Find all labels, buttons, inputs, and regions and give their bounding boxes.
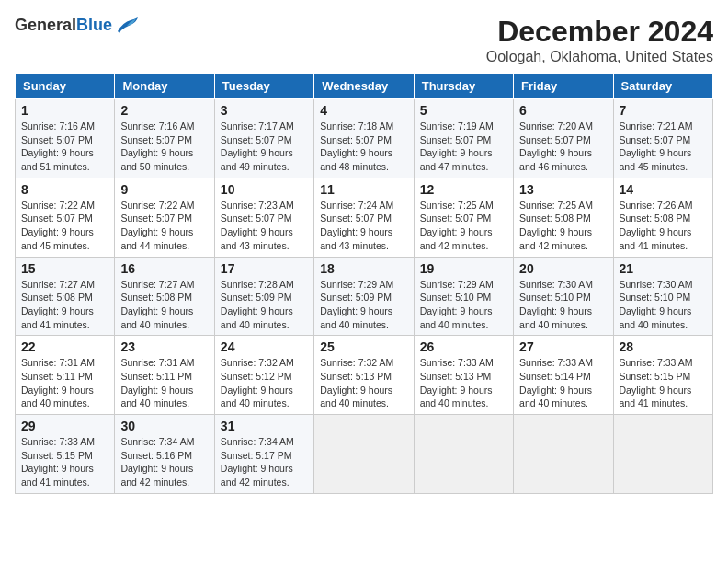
day-number: 24 xyxy=(221,339,308,354)
day-info: Sunrise: 7:17 AMSunset: 5:07 PMDaylight:… xyxy=(221,120,308,174)
calendar-cell: 30Sunrise: 7:34 AMSunset: 5:16 PMDayligh… xyxy=(115,415,214,494)
calendar-header: SundayMondayTuesdayWednesdayThursdayFrid… xyxy=(16,74,713,99)
day-number: 5 xyxy=(420,103,507,118)
calendar-cell: 4Sunrise: 7:18 AMSunset: 5:07 PMDaylight… xyxy=(314,99,414,178)
day-info: Sunrise: 7:19 AMSunset: 5:07 PMDaylight:… xyxy=(420,120,507,174)
weekday-header: Sunday xyxy=(16,74,115,99)
day-info: Sunrise: 7:32 AMSunset: 5:13 PMDaylight:… xyxy=(320,356,407,410)
calendar-cell: 15Sunrise: 7:27 AMSunset: 5:08 PMDayligh… xyxy=(16,257,115,336)
day-info: Sunrise: 7:18 AMSunset: 5:07 PMDaylight:… xyxy=(320,120,407,174)
calendar-cell: 8Sunrise: 7:22 AMSunset: 5:07 PMDaylight… xyxy=(16,178,115,257)
day-number: 25 xyxy=(320,339,407,354)
calendar-cell: 23Sunrise: 7:31 AMSunset: 5:11 PMDayligh… xyxy=(115,336,214,415)
day-number: 17 xyxy=(221,261,308,276)
weekday-header: Monday xyxy=(115,74,214,99)
day-number: 30 xyxy=(120,419,208,433)
calendar-week-row: 22Sunrise: 7:31 AMSunset: 5:11 PMDayligh… xyxy=(16,336,713,415)
day-info: Sunrise: 7:28 AMSunset: 5:09 PMDaylight:… xyxy=(221,278,308,332)
calendar-cell xyxy=(414,415,513,494)
calendar-week-row: 1Sunrise: 7:16 AMSunset: 5:07 PMDaylight… xyxy=(16,99,713,178)
day-number: 4 xyxy=(320,103,407,118)
calendar-cell: 12Sunrise: 7:25 AMSunset: 5:07 PMDayligh… xyxy=(414,178,513,257)
day-number: 20 xyxy=(519,261,607,276)
day-number: 26 xyxy=(420,339,507,354)
day-number: 21 xyxy=(620,261,707,276)
day-number: 12 xyxy=(420,182,507,197)
calendar-cell: 16Sunrise: 7:27 AMSunset: 5:08 PMDayligh… xyxy=(115,257,214,336)
calendar-cell xyxy=(314,415,414,494)
calendar-cell: 11Sunrise: 7:24 AMSunset: 5:07 PMDayligh… xyxy=(314,178,414,257)
day-number: 15 xyxy=(21,261,108,276)
day-number: 28 xyxy=(620,339,707,354)
calendar-cell: 29Sunrise: 7:33 AMSunset: 5:15 PMDayligh… xyxy=(16,415,115,494)
day-number: 8 xyxy=(21,182,108,197)
weekday-header: Friday xyxy=(514,74,613,99)
calendar-week-row: 15Sunrise: 7:27 AMSunset: 5:08 PMDayligh… xyxy=(16,257,713,336)
calendar-cell: 21Sunrise: 7:30 AMSunset: 5:10 PMDayligh… xyxy=(613,257,712,336)
calendar-cell: 17Sunrise: 7:28 AMSunset: 5:09 PMDayligh… xyxy=(214,257,313,336)
day-number: 1 xyxy=(21,103,108,118)
title-area: December 2024 Oologah, Oklahoma, United … xyxy=(486,15,713,65)
day-info: Sunrise: 7:32 AMSunset: 5:12 PMDaylight:… xyxy=(221,356,308,410)
header: GeneralBlue December 2024 Oologah, Oklah… xyxy=(15,15,713,65)
logo-text: GeneralBlue xyxy=(15,16,112,35)
weekday-header: Thursday xyxy=(414,74,513,99)
weekday-header: Saturday xyxy=(613,74,712,99)
day-number: 14 xyxy=(620,182,707,197)
logo-general: General xyxy=(15,16,76,34)
day-number: 6 xyxy=(519,103,607,118)
day-info: Sunrise: 7:22 AMSunset: 5:07 PMDaylight:… xyxy=(21,199,108,253)
calendar-cell: 7Sunrise: 7:21 AMSunset: 5:07 PMDaylight… xyxy=(613,99,712,178)
logo-blue: Blue xyxy=(76,16,112,34)
page-title: December 2024 xyxy=(486,15,713,49)
calendar-cell: 20Sunrise: 7:30 AMSunset: 5:10 PMDayligh… xyxy=(514,257,613,336)
calendar-cell: 18Sunrise: 7:29 AMSunset: 5:09 PMDayligh… xyxy=(314,257,414,336)
calendar-cell: 22Sunrise: 7:31 AMSunset: 5:11 PMDayligh… xyxy=(16,336,115,415)
calendar-cell: 25Sunrise: 7:32 AMSunset: 5:13 PMDayligh… xyxy=(314,336,414,415)
calendar-cell: 31Sunrise: 7:34 AMSunset: 5:17 PMDayligh… xyxy=(214,415,313,494)
calendar-cell: 1Sunrise: 7:16 AMSunset: 5:07 PMDaylight… xyxy=(16,99,115,178)
calendar-cell xyxy=(514,415,613,494)
calendar-cell: 2Sunrise: 7:16 AMSunset: 5:07 PMDaylight… xyxy=(115,99,214,178)
weekday-header: Tuesday xyxy=(214,74,313,99)
day-number: 3 xyxy=(221,103,308,118)
day-number: 16 xyxy=(120,261,208,276)
calendar-week-row: 8Sunrise: 7:22 AMSunset: 5:07 PMDaylight… xyxy=(16,178,713,257)
day-info: Sunrise: 7:33 AMSunset: 5:14 PMDaylight:… xyxy=(519,356,607,410)
day-number: 31 xyxy=(221,419,308,433)
logo-bird-icon xyxy=(114,15,140,35)
day-info: Sunrise: 7:29 AMSunset: 5:09 PMDaylight:… xyxy=(320,278,407,332)
day-number: 13 xyxy=(519,182,607,197)
day-info: Sunrise: 7:23 AMSunset: 5:07 PMDaylight:… xyxy=(221,199,308,253)
calendar-cell xyxy=(613,415,712,494)
day-number: 29 xyxy=(21,419,108,433)
calendar-week-row: 29Sunrise: 7:33 AMSunset: 5:15 PMDayligh… xyxy=(16,415,713,494)
day-info: Sunrise: 7:20 AMSunset: 5:07 PMDaylight:… xyxy=(519,120,607,174)
day-info: Sunrise: 7:33 AMSunset: 5:13 PMDaylight:… xyxy=(420,356,507,410)
day-number: 10 xyxy=(221,182,308,197)
day-info: Sunrise: 7:25 AMSunset: 5:08 PMDaylight:… xyxy=(519,199,607,253)
calendar-cell: 27Sunrise: 7:33 AMSunset: 5:14 PMDayligh… xyxy=(514,336,613,415)
calendar-cell: 26Sunrise: 7:33 AMSunset: 5:13 PMDayligh… xyxy=(414,336,513,415)
day-info: Sunrise: 7:31 AMSunset: 5:11 PMDaylight:… xyxy=(21,356,108,410)
day-info: Sunrise: 7:33 AMSunset: 5:15 PMDaylight:… xyxy=(21,435,108,489)
day-info: Sunrise: 7:30 AMSunset: 5:10 PMDaylight:… xyxy=(620,278,707,332)
day-number: 2 xyxy=(120,103,208,118)
day-info: Sunrise: 7:24 AMSunset: 5:07 PMDaylight:… xyxy=(320,199,407,253)
calendar-cell: 9Sunrise: 7:22 AMSunset: 5:07 PMDaylight… xyxy=(115,178,214,257)
calendar-cell: 3Sunrise: 7:17 AMSunset: 5:07 PMDaylight… xyxy=(214,99,313,178)
calendar-cell: 13Sunrise: 7:25 AMSunset: 5:08 PMDayligh… xyxy=(514,178,613,257)
day-info: Sunrise: 7:27 AMSunset: 5:08 PMDaylight:… xyxy=(120,278,208,332)
calendar-cell: 10Sunrise: 7:23 AMSunset: 5:07 PMDayligh… xyxy=(214,178,313,257)
header-row: SundayMondayTuesdayWednesdayThursdayFrid… xyxy=(16,74,713,99)
calendar-cell: 24Sunrise: 7:32 AMSunset: 5:12 PMDayligh… xyxy=(214,336,313,415)
weekday-header: Wednesday xyxy=(314,74,414,99)
day-info: Sunrise: 7:30 AMSunset: 5:10 PMDaylight:… xyxy=(519,278,607,332)
logo: GeneralBlue xyxy=(15,15,140,35)
day-info: Sunrise: 7:25 AMSunset: 5:07 PMDaylight:… xyxy=(420,199,507,253)
day-info: Sunrise: 7:16 AMSunset: 5:07 PMDaylight:… xyxy=(21,120,108,174)
calendar-cell: 19Sunrise: 7:29 AMSunset: 5:10 PMDayligh… xyxy=(414,257,513,336)
day-info: Sunrise: 7:26 AMSunset: 5:08 PMDaylight:… xyxy=(620,199,707,253)
day-info: Sunrise: 7:16 AMSunset: 5:07 PMDaylight:… xyxy=(120,120,208,174)
calendar-cell: 28Sunrise: 7:33 AMSunset: 5:15 PMDayligh… xyxy=(613,336,712,415)
